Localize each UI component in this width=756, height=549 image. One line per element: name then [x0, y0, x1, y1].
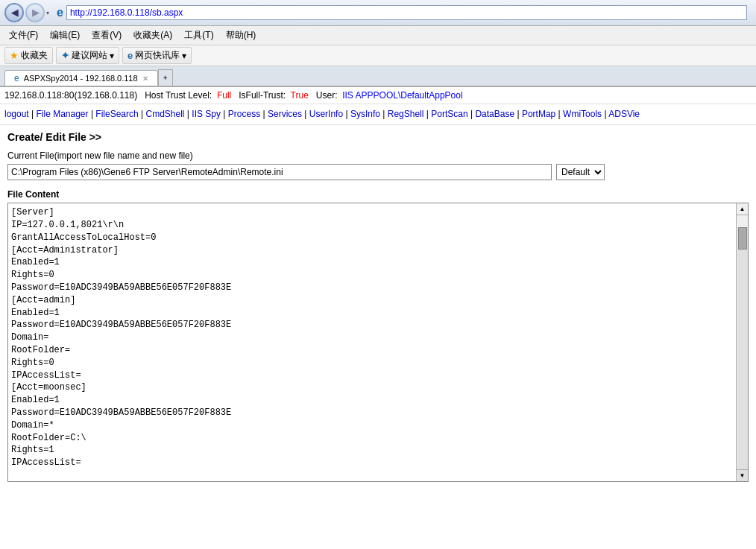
address-bar-row: e [52, 3, 752, 22]
true-value: True [291, 90, 309, 101]
nav-cmdshell[interactable]: CmdShell [145, 109, 184, 119]
is-full-trust-label: IsFull-Trust: [239, 90, 286, 101]
suggest-site-button[interactable]: ✦ 建议网站 ▾ [56, 47, 119, 64]
nav-portscan[interactable]: PortScan [431, 109, 467, 119]
menu-file[interactable]: 文件(F) [3, 28, 44, 43]
nav-regshell[interactable]: RegShell [388, 109, 424, 119]
ie-logo: e [57, 6, 63, 19]
back-button[interactable]: ◀ [4, 3, 24, 22]
suggest-label: 建议网站 [72, 49, 107, 62]
file-content-textarea[interactable] [8, 203, 736, 479]
nav-adsview[interactable]: ADSVie [608, 109, 640, 119]
nav-file-manager[interactable]: File Manager [37, 109, 89, 119]
main-content: Create/ Edit File >> Current File(import… [0, 125, 756, 488]
quicklib-button[interactable]: e 网页快讯库 ▾ [122, 47, 192, 64]
nav-wmitools[interactable]: WmiTools [563, 109, 602, 119]
star-icon: ★ [10, 50, 19, 61]
ip-port: 192.168.0.118:80(192.168.0.118) [4, 90, 137, 101]
quicklib-icon: e [127, 50, 133, 61]
quicklib-arrow-icon: ▾ [182, 51, 186, 61]
page-content: 192.168.0.118:80(192.168.0.118) Host Tru… [0, 87, 756, 488]
suggest-icon: ✦ [61, 50, 69, 61]
user-value: IIS APPPOOL\DefaultAppPool [342, 90, 462, 101]
title-bar: ◀ ▶ ▾ e [0, 0, 756, 26]
nav-services[interactable]: Services [268, 109, 302, 119]
favorites-button[interactable]: ★ 收藏夹 [4, 47, 53, 64]
menu-edit[interactable]: 编辑(E) [44, 28, 86, 43]
suggest-arrow-icon: ▾ [110, 51, 114, 61]
scrollbar-thumb[interactable] [738, 227, 747, 250]
encoding-select[interactable]: Default [556, 164, 605, 180]
scrollbar-track [737, 227, 748, 481]
scrollbar-up-button[interactable]: ▲ [737, 203, 748, 215]
scrollbar-down-button[interactable]: ▼ [737, 469, 748, 481]
current-file-label: Current File(import new file name and ne… [7, 150, 749, 161]
favorites-label: 收藏夹 [21, 49, 48, 62]
file-content-wrapper: ▲ ▼ [7, 203, 749, 482]
nav-userinfo[interactable]: UserInfo [309, 109, 343, 119]
host-trust-label: Host Trust Level: [145, 90, 212, 101]
full-value: Full [217, 90, 231, 101]
menu-bar: 文件(F) 编辑(E) 查看(V) 收藏夹(A) 工具(T) 帮助(H) [0, 26, 756, 45]
nav-process[interactable]: Process [228, 109, 260, 119]
nav-iis-spy[interactable]: IIS Spy [192, 109, 221, 119]
nav-dropdown-icon[interactable]: ▾ [46, 10, 49, 16]
vertical-scrollbar[interactable]: ▲ ▼ [736, 203, 748, 481]
menu-view[interactable]: 查看(V) [86, 28, 127, 43]
nav-logout[interactable]: logout [4, 109, 29, 119]
file-path-input[interactable] [7, 164, 552, 180]
browser-tab[interactable]: e ASPXSpy2014 - 192.168.0.118 ✕ [4, 70, 158, 86]
file-path-row: Default [7, 164, 749, 180]
tab-icon: e [14, 73, 19, 83]
nav-filesearch[interactable]: FileSearch [95, 109, 138, 119]
browser-chrome: ◀ ▶ ▾ e 文件(F) 编辑(E) 查看(V) 收藏夹(A) 工具(T) 帮… [0, 0, 756, 87]
address-input[interactable] [66, 5, 747, 20]
quicklib-label: 网页快讯库 [135, 49, 180, 62]
menu-help[interactable]: 帮助(H) [220, 28, 262, 43]
tab-close-icon[interactable]: ✕ [142, 74, 148, 83]
tab-title: ASPXSpy2014 - 192.168.0.118 [24, 74, 138, 83]
menu-tools[interactable]: 工具(T) [178, 28, 219, 43]
menu-favorites[interactable]: 收藏夹(A) [127, 28, 178, 43]
file-content-label: File Content [7, 189, 749, 200]
tab-bar: e ASPXSpy2014 - 192.168.0.118 ✕ + [0, 66, 756, 86]
new-tab-button[interactable]: + [158, 69, 173, 86]
nav-portmap[interactable]: PortMap [522, 109, 555, 119]
forward-button[interactable]: ▶ [25, 3, 45, 22]
nav-sysinfo[interactable]: SysInfo [350, 109, 380, 119]
nav-database[interactable]: DataBase [475, 109, 514, 119]
favorites-bar: ★ 收藏夹 ✦ 建议网站 ▾ e 网页快讯库 ▾ [0, 45, 756, 66]
nav-links: logout | File Manager | FileSearch | Cmd… [0, 104, 756, 125]
info-bar: 192.168.0.118:80(192.168.0.118) Host Tru… [0, 87, 756, 104]
nav-buttons: ◀ ▶ ▾ [4, 3, 49, 22]
page-title: Create/ Edit File >> [7, 131, 749, 143]
user-label: User: [316, 90, 338, 101]
